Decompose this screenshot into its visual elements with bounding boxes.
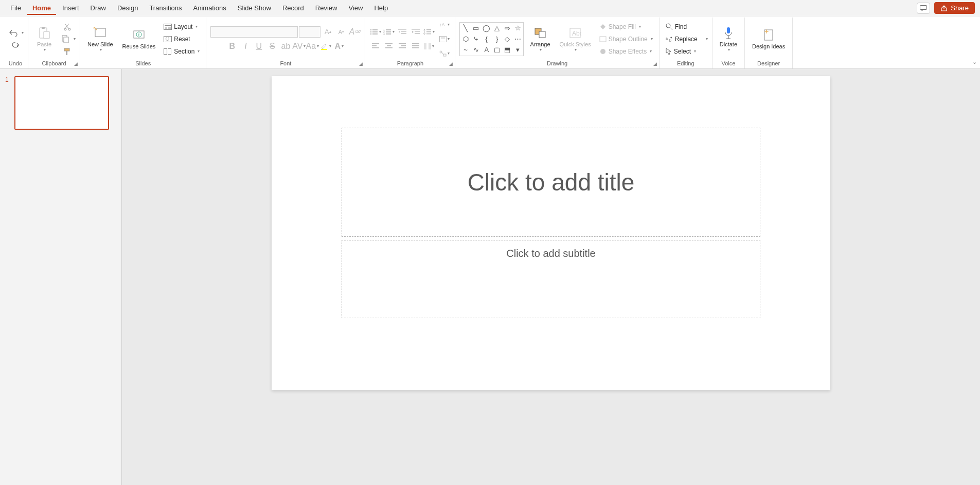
bold-button[interactable]: B [226,41,238,52]
svg-text:3: 3 [383,32,385,35]
dictate-label: Dictate [720,41,737,47]
smartart-icon [439,50,447,57]
group-drawing: ╲ ▭ ◯ △ ⇨ ☆ ⬡ ⤷ { } ◇ ⋯ ~ ∿ A ▢ ⬒ ▾ [455,18,659,68]
layout-button[interactable]: Layout▾ [162,22,200,31]
undo-button[interactable] [7,27,20,39]
menu-file[interactable]: File [5,1,26,15]
menu-help[interactable]: Help [369,1,393,15]
copy-button[interactable] [59,33,72,45]
cut-button[interactable] [61,21,74,32]
strike-button[interactable]: S [266,41,278,52]
menu-slideshow[interactable]: Slide Show [233,1,276,15]
shape-fill-icon [599,24,607,30]
font-name-input[interactable] [210,26,298,38]
reuse-slides-button[interactable]: Reuse Slides [119,26,159,51]
comments-button[interactable] [917,3,930,14]
format-painter-button[interactable] [61,46,74,57]
svg-point-25 [370,33,372,34]
shadow-button[interactable]: ab [279,41,292,52]
menu-animations[interactable]: Animations [188,1,231,15]
italic-button[interactable]: I [239,41,252,52]
slide-editor-area[interactable]: Click to add title Click to add subtitle [122,69,980,485]
design-ideas-label: Design Ideas [752,43,785,49]
collapse-ribbon-button[interactable]: ⌄ [972,59,977,65]
redo-button[interactable] [9,40,22,51]
quick-styles-icon: Abc [569,27,581,39]
shape-expand-icon[interactable]: ▾ [513,45,523,55]
shape-effects-icon [599,48,607,55]
slide-thumbnail-1[interactable]: 1 [5,76,116,130]
align-text-button[interactable]: ▾ [438,33,451,45]
menu-design[interactable]: Design [112,1,143,15]
smartart-button[interactable]: ▾ [438,48,451,59]
shape-fill-button[interactable]: Shape Fill▾ [597,22,643,31]
svg-rect-58 [441,38,445,39]
font-color-button[interactable]: A▾ [333,41,345,52]
align-center-button[interactable] [383,41,395,52]
menu-bar: File Home Insert Draw Design Transitions… [0,0,980,16]
group-font: A▴ A▾ A⌫ B I U S ab AV▾ Aa▾ ▾ A▾ Font◢ [206,18,365,68]
bullets-button[interactable]: ▾ [369,26,382,38]
outdent-icon [398,29,406,35]
svg-rect-26 [372,33,378,34]
share-button[interactable]: Share [934,2,975,14]
numbering-icon: 123 [383,29,391,35]
justify-button[interactable] [409,41,422,52]
menu-view[interactable]: View [343,1,368,15]
copy-dropdown[interactable]: ▾ [74,37,76,41]
font-size-input[interactable] [299,26,320,38]
slide-thumbnail-panel[interactable]: 1 [0,69,122,485]
clear-formatting-button[interactable]: A⌫ [348,26,361,38]
highlight-button[interactable]: ▾ [319,41,332,52]
menu-insert[interactable]: Insert [57,1,84,15]
menu-record[interactable]: Record [277,1,309,15]
decrease-font-button[interactable]: A▾ [335,26,347,38]
menu-review[interactable]: Review [310,1,343,15]
find-button[interactable]: Find [664,22,689,31]
workspace: 1 Click to add title Click to add subtit… [0,69,980,485]
drawing-launcher[interactable]: ◢ [653,61,657,66]
group-paragraph: ▾ 123▾ ▾ ▾ ↕A▾ ▾ ▾ Para [365,18,455,68]
replace-button[interactable]: abReplace [664,34,700,44]
slide-thumbnail-preview[interactable] [14,76,109,130]
svg-text:a: a [666,37,668,40]
decrease-indent-button[interactable] [396,26,408,38]
shape-more-icon: ⋯ [513,34,523,44]
subtitle-placeholder[interactable]: Click to add subtitle [342,240,760,318]
shape-effects-button[interactable]: Shape Effects▾ [597,47,654,56]
menu-transitions[interactable]: Transitions [144,1,187,15]
shapes-gallery[interactable]: ╲ ▭ ◯ △ ⇨ ☆ ⬡ ⤷ { } ◇ ⋯ ~ ∿ A ▢ ⬒ ▾ [459,22,524,56]
align-left-button[interactable] [369,41,382,52]
menu-draw[interactable]: Draw [85,1,111,15]
new-slide-button[interactable]: New Slide▾ [84,24,116,54]
increase-font-button[interactable]: A▴ [322,26,334,38]
section-button[interactable]: Section▾ [162,47,202,56]
dictate-button[interactable]: Dictate▾ [717,24,740,54]
increase-indent-button[interactable] [409,26,422,38]
quick-styles-button[interactable]: Abc Quick Styles▾ [557,24,594,54]
slide-canvas[interactable]: Click to add title Click to add subtitle [272,76,830,390]
select-button[interactable]: Select▾ [664,47,698,56]
replace-dropdown[interactable]: ▾ [706,37,708,41]
numbering-button[interactable]: 123▾ [383,26,395,38]
reset-button[interactable]: Reset [162,34,192,44]
paste-button[interactable]: Paste ▾ [32,24,56,54]
clipboard-launcher[interactable]: ◢ [74,61,78,66]
shape-outline-button[interactable]: Shape Outline▾ [597,34,655,44]
columns-button[interactable]: ▾ [423,41,435,52]
align-right-button[interactable] [396,41,408,52]
change-case-button[interactable]: Aa▾ [306,41,318,52]
undo-dropdown[interactable]: ▾ [22,30,24,35]
title-placeholder[interactable]: Click to add title [342,128,760,237]
paragraph-launcher[interactable]: ◢ [449,61,453,66]
char-spacing-button[interactable]: AV▾ [293,41,305,52]
menu-home[interactable]: Home [27,1,56,15]
arrange-button[interactable]: Arrange▾ [527,24,553,54]
font-launcher[interactable]: ◢ [359,61,363,66]
line-spacing-button[interactable]: ▾ [423,26,435,38]
underline-button[interactable]: U [253,41,265,52]
design-ideas-button[interactable]: Design Ideas [749,26,788,51]
text-direction-button[interactable]: ↕A▾ [438,19,451,30]
svg-rect-41 [426,33,431,34]
svg-rect-3 [44,31,49,39]
